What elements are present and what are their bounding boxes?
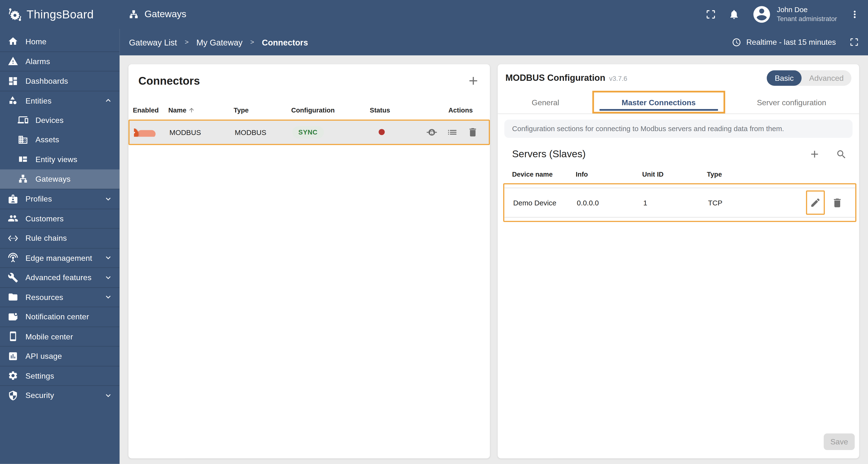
edit-server-button[interactable]	[806, 190, 825, 215]
entity-views-icon	[18, 154, 28, 164]
sidebar-item-alarms[interactable]: Alarms	[0, 51, 120, 71]
col-unit-id: Unit ID	[642, 171, 707, 178]
sidebar-item-notification-center[interactable]: Notification center	[0, 307, 120, 326]
notification-center-icon	[8, 312, 18, 322]
edit-pencil-icon	[810, 197, 821, 208]
search-button[interactable]	[835, 148, 848, 161]
sidebar-item-resources[interactable]: Resources	[0, 287, 120, 307]
connectors-panel: Connectors Enabled Name Type	[128, 64, 490, 458]
page-title: Gateways	[145, 9, 186, 20]
breadcrumb-my-gateway[interactable]: My Gateway	[196, 37, 243, 47]
tools-icon	[8, 272, 18, 283]
dashboard-fullscreen-icon[interactable]	[849, 37, 859, 47]
gateways-lan-icon	[18, 174, 28, 184]
chevron-down-icon	[103, 391, 113, 400]
connector-actions	[425, 127, 489, 138]
breadcrumb: Gateway List > My Gateway > Connectors	[129, 37, 308, 47]
breadcrumb-toolbar: Gateway List > My Gateway > Connectors R…	[120, 29, 868, 55]
sidebar-item-gateways[interactable]: Gateways	[0, 169, 120, 189]
user-info: John Doe Tenant administrator	[777, 6, 837, 23]
config-tabs: General Master Connections Server config…	[498, 91, 859, 114]
search-icon	[836, 149, 847, 160]
col-name[interactable]: Name	[168, 106, 234, 114]
breadcrumb-gateway-list[interactable]: Gateway List	[129, 37, 177, 47]
chevron-down-icon	[103, 194, 113, 204]
sidebar-item-entities[interactable]: Entities	[0, 91, 120, 110]
col-server-type: Type	[707, 171, 859, 178]
sidebar-item-devices[interactable]: Devices	[0, 110, 120, 130]
section-info-text: Configuration sections for connecting to…	[504, 120, 852, 138]
modbus-version: v3.7.6	[609, 75, 627, 83]
thingsboard-logo[interactable]: ThingsBoard	[0, 7, 120, 22]
mode-advanced[interactable]: Advanced	[802, 70, 851, 86]
active-tab-underline	[599, 109, 718, 111]
smartphone-icon	[8, 331, 18, 342]
sidebar-item-mobile-center[interactable]: Mobile center	[0, 326, 120, 346]
edge-antenna-icon	[8, 253, 18, 263]
brand-name: ThingsBoard	[27, 8, 94, 21]
tab-master-connections[interactable]: Master Connections	[592, 91, 725, 114]
avatar	[752, 4, 772, 24]
modbus-config-title: MODBUS Configuration	[505, 73, 605, 83]
col-device-name: Device name	[512, 171, 576, 178]
tab-general[interactable]: General	[499, 91, 592, 114]
kebab-menu-icon[interactable]	[849, 9, 860, 20]
chevron-down-icon	[103, 253, 113, 262]
header-actions: John Doe Tenant administrator	[706, 4, 868, 24]
fullscreen-icon[interactable]	[706, 9, 717, 20]
sidebar-item-entity-views[interactable]: Entity views	[0, 150, 120, 169]
server-unit-id: 1	[643, 198, 708, 207]
tab-server-configuration[interactable]: Server configuration	[725, 91, 858, 114]
add-server-button[interactable]	[808, 147, 822, 161]
server-row-demo-device[interactable]: Demo Device 0.0.0.0 1 TCP	[504, 188, 856, 218]
modbus-config-panel: MODBUS Configuration v3.7.6 Basic Advanc…	[498, 64, 859, 458]
sidebar-item-assets[interactable]: Assets	[0, 130, 120, 150]
rpc-icon[interactable]	[426, 127, 437, 138]
col-status: Status	[370, 106, 424, 114]
add-connector-button[interactable]	[465, 73, 481, 89]
col-configuration: Configuration	[291, 106, 370, 114]
notifications-bell-icon[interactable]	[728, 9, 740, 20]
sidebar-item-advanced-features[interactable]: Advanced features	[0, 267, 120, 287]
servers-table-header: Device name Info Unit ID Type	[498, 165, 859, 183]
col-type: Type	[234, 106, 291, 114]
check-icon	[134, 130, 136, 136]
connectors-title: Connectors	[138, 74, 200, 87]
configuration-badge: SYNC	[292, 126, 323, 138]
delete-trash-icon[interactable]	[467, 127, 478, 138]
dashboard-icon	[8, 76, 18, 86]
mode-basic[interactable]: Basic	[767, 70, 801, 86]
sidebar-item-rule-chains[interactable]: Rule chains	[0, 228, 120, 248]
main-area: Gateway List > My Gateway > Connectors R…	[120, 29, 868, 464]
delete-server-trash-icon[interactable]	[832, 197, 843, 208]
col-actions: Actions	[424, 106, 490, 114]
sidebar-item-dashboards[interactable]: Dashboards	[0, 71, 120, 91]
sidebar-item-profiles[interactable]: Profiles	[0, 189, 120, 208]
breadcrumb-separator: >	[185, 38, 189, 46]
logs-list-icon[interactable]	[447, 127, 458, 138]
sidebar-item-api-usage[interactable]: API usage	[0, 346, 120, 366]
mode-switch: Basic Advanced	[767, 70, 851, 86]
breadcrumb-connectors: Connectors	[262, 37, 308, 47]
server-device-name: Demo Device	[513, 198, 577, 207]
gear-icon	[8, 370, 18, 381]
user-menu[interactable]: John Doe Tenant administrator	[752, 4, 837, 24]
devices-icon	[18, 115, 28, 125]
sidebar-item-home[interactable]: Home	[0, 31, 120, 51]
content-area: Connectors Enabled Name Type	[120, 55, 868, 464]
col-enabled: Enabled	[133, 106, 168, 114]
sidebar-item-customers[interactable]: Customers	[0, 209, 120, 228]
sidebar-item-settings[interactable]: Settings	[0, 366, 120, 385]
server-info: 0.0.0.0	[577, 198, 643, 207]
connector-row-modbus[interactable]: MODBUS MODBUS SYNC	[128, 120, 490, 145]
entities-shapes-icon	[8, 95, 18, 106]
connectors-table: Enabled Name Type Configuration Status A…	[128, 101, 490, 145]
profiles-badge-icon	[8, 193, 18, 204]
timewindow-button[interactable]: Realtime - last 15 minutes	[732, 37, 836, 47]
save-button[interactable]: Save	[824, 434, 855, 450]
breadcrumb-separator: >	[250, 38, 254, 46]
rule-chains-icon	[8, 233, 18, 243]
sidebar-item-edge-management[interactable]: Edge management	[0, 248, 120, 267]
home-icon	[8, 36, 18, 47]
sidebar-item-security[interactable]: Security	[0, 385, 120, 405]
